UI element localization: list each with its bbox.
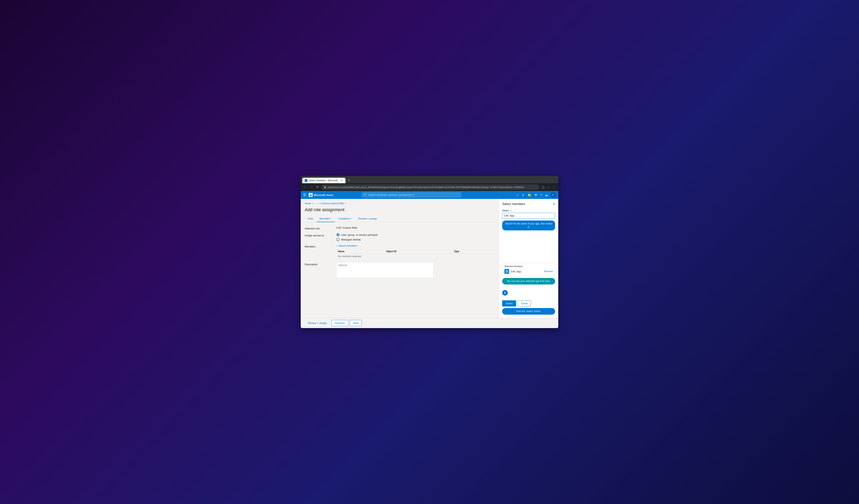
assign-access-value: User, group, or service principal Manage… — [336, 233, 495, 241]
browser-window: Select members - Microsoft... ✕ + ← → ↻ … — [301, 176, 558, 328]
col-type: Type — [452, 249, 495, 254]
selected-member-item: C4C App Remove — [504, 269, 553, 274]
search-callout: Search for the name of your app, then se… — [502, 220, 555, 230]
address-text: portal.azure.com/#view/Microsoft_Azure_A… — [328, 186, 524, 188]
radio-user-group[interactable]: User, group, or service principal — [336, 233, 495, 236]
members-label: Members — [305, 244, 336, 248]
table-row-empty: No members selected — [336, 254, 495, 259]
breadcrumb-sep2: > — [318, 202, 319, 205]
selected-members-title: Selected members: — [504, 265, 553, 268]
select-field-label: Select ⓘ — [502, 209, 555, 212]
tab-conditions[interactable]: Conditions * — [335, 216, 355, 222]
search-input[interactable] — [502, 213, 555, 218]
step-badge: 5 — [502, 290, 508, 295]
page-title: Add role assignment ... — [305, 207, 495, 212]
members-row: Members + Select members Name Object ID … — [305, 244, 495, 259]
member-app-icon — [504, 269, 509, 274]
panel-close-icon[interactable]: ✕ — [553, 202, 555, 206]
browser-chrome: Select members - Microsoft... ✕ + ← → ↻ … — [301, 176, 558, 191]
main-content: Home > ... > | Access control (IAM) > Ad… — [301, 199, 558, 318]
panel-title: Select members ✕ — [502, 202, 555, 206]
members-value: + Select members Name Object ID Type — [336, 244, 495, 259]
radio-managed-identity[interactable]: Managed identity — [336, 238, 495, 241]
browser-toolbar: ← → ↻ 🔒 portal.azure.com/#view/Microsoft… — [301, 183, 558, 191]
left-panel: Home > ... > | Access control (IAM) > Ad… — [301, 199, 499, 318]
forward-button[interactable]: → — [309, 185, 314, 190]
radio-circle-user — [336, 233, 340, 236]
breadcrumb-sep3: > — [345, 202, 346, 205]
breadcrumb-iam[interactable]: | Access control (IAM) — [320, 202, 344, 205]
right-panel: Select members ✕ Select ⓘ Search for the… — [499, 199, 558, 318]
description-row: Description — [305, 262, 495, 278]
lock-icon: 🔒 — [324, 186, 327, 188]
col-object-id: Object ID — [385, 249, 452, 254]
tab-review-assign[interactable]: Review + assign — [355, 216, 380, 222]
select-members-link[interactable]: + Select members — [336, 244, 495, 247]
radio-circle-managed — [336, 238, 340, 241]
new-tab-button[interactable]: + — [346, 178, 352, 183]
help-icon[interactable]: ? — [540, 193, 543, 198]
members-table: Name Object ID Type No members selected — [336, 249, 495, 259]
breadcrumb-sep1: > — [312, 202, 314, 205]
assign-access-label: Assign access to — [305, 233, 336, 237]
breadcrumb-resource[interactable]: ... — [315, 202, 317, 205]
breadcrumb-home[interactable]: Home — [305, 202, 311, 205]
description-value — [336, 262, 495, 278]
tab-role[interactable]: Role — [305, 216, 316, 222]
azure-logo: Microsoft Azure — [308, 193, 333, 197]
panel-bottom: 5 Select Close Click the 'Select' button… — [502, 290, 555, 315]
assign-access-row: Assign access to User, group, or service… — [305, 233, 495, 241]
selected-role-row: Selected role C4C Custom Role — [305, 226, 495, 230]
browser-tab[interactable]: Select members - Microsoft... ✕ — [302, 178, 346, 183]
tab-close-icon[interactable]: ✕ — [341, 179, 343, 182]
azure-search-bar[interactable]: 🔍 Search resources, services, and docs (… — [362, 193, 461, 198]
select-button[interactable]: Select — [502, 300, 516, 306]
bottom-bar: Review + assign Previous Next — [301, 318, 558, 328]
tab-favicon — [305, 179, 307, 182]
cloud-shell-icon[interactable]: □ — [516, 193, 519, 198]
selected-role-value: C4C Custom Role — [336, 226, 495, 229]
toolbar-icons: ◫ ☆ ⋮ — [541, 185, 556, 190]
address-bar[interactable]: 🔒 portal.azure.com/#view/Microsoft_Azure… — [321, 185, 539, 189]
azure-logo-text: Microsoft Azure — [314, 194, 333, 197]
tab-title: Select members - Microsoft... — [308, 179, 340, 182]
description-textarea[interactable] — [336, 262, 434, 278]
next-button[interactable]: Next — [350, 320, 362, 326]
hamburger-menu[interactable]: ☰ — [303, 193, 306, 197]
previous-button[interactable]: Previous — [331, 320, 348, 326]
menu-icon[interactable]: ⋮ — [552, 185, 556, 190]
member-remove-link[interactable]: Remove — [544, 270, 553, 273]
directory-icon[interactable]: ⇓ — [521, 193, 525, 198]
extensions-icon[interactable]: ◫ — [541, 185, 545, 190]
back-button[interactable]: ← — [303, 185, 307, 190]
radio-group: User, group, or service principal Manage… — [336, 233, 495, 241]
conditions-asterisk: * — [351, 217, 352, 220]
selected-members-box: Selected members: C4C App Remove — [502, 263, 555, 276]
settings-icon[interactable]: ⚙ — [534, 193, 538, 198]
feedback-icon[interactable]: ☁ — [544, 193, 549, 198]
azure-topnav: ☰ Microsoft Azure 🔍 Search resources, se… — [301, 191, 558, 199]
tab-bar-role-assignment: Role Members * Conditions * Review + ass… — [305, 216, 495, 222]
topnav-icons: □ ⇓ 🔔 ⚙ ? ☁ A — [516, 192, 556, 198]
selected-role-label: Selected role — [305, 226, 336, 230]
member-name: C4C App — [511, 270, 542, 273]
description-label: Description — [305, 262, 336, 266]
close-button[interactable]: Close — [518, 300, 531, 306]
user-avatar[interactable]: A — [551, 192, 556, 198]
bookmark-icon[interactable]: ☆ — [546, 185, 551, 190]
tab-members[interactable]: Members * — [316, 216, 335, 222]
app-callout: You can see your selected app from here. — [502, 278, 555, 285]
no-members-text: No members selected — [336, 254, 495, 259]
members-asterisk: * — [331, 217, 332, 220]
panel-action-buttons: Select Close — [502, 300, 555, 306]
title-ellipsis: ... — [346, 208, 349, 212]
notifications-icon[interactable]: 🔔 — [527, 193, 532, 198]
tab-bar: Select members - Microsoft... ✕ + — [301, 176, 558, 183]
search-placeholder: Search resources, services, and docs (G+… — [368, 194, 414, 196]
search-icon: 🔍 — [364, 194, 367, 196]
review-assign-button[interactable]: Review + assign — [305, 320, 330, 326]
refresh-button[interactable]: ↻ — [315, 184, 319, 190]
col-name: Name — [336, 249, 385, 254]
select-info-icon: ⓘ — [510, 209, 512, 212]
azure-logo-icon — [308, 193, 313, 197]
